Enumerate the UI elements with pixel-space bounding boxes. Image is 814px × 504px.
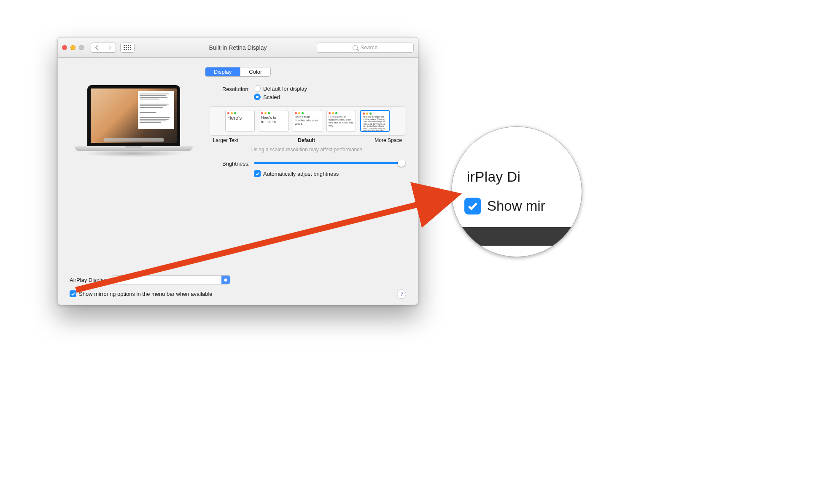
brightness-slider[interactable] (254, 159, 405, 167)
search-icon (353, 45, 358, 50)
mirroring-checkbox[interactable]: Show mirroring options in the menu bar w… (70, 290, 406, 297)
airplay-select[interactable]: Off (112, 275, 230, 284)
tab-color[interactable]: Color (240, 67, 270, 76)
magnifier-line1: irPlay Di (467, 169, 582, 185)
display-preview-image (75, 85, 193, 157)
brightness-label: Brightness: (210, 160, 254, 167)
preset-4[interactable]: Here's to the cr troublemakers. ones who… (326, 110, 356, 132)
caption-more-space: More Space (375, 137, 402, 143)
resolution-label: Resolution: (210, 85, 254, 92)
zoom-icon (79, 45, 84, 50)
preset-captions: Larger Text Default More Space (213, 137, 402, 143)
close-icon[interactable] (62, 45, 67, 50)
radio-label: Scaled (263, 94, 280, 100)
mirroring-label: Show mirroring options in the menu bar w… (79, 291, 213, 297)
radio-icon (254, 94, 261, 100)
auto-brightness-checkbox[interactable]: Automatically adjust brightness (254, 170, 339, 177)
traffic-lights (62, 45, 84, 50)
magnifier-callout: irPlay Di Show mir (451, 126, 582, 257)
magnifier-line2: Show mir (487, 198, 545, 214)
window-title: Built-in Retina Display (209, 44, 267, 51)
radio-default-for-display[interactable]: Default for display (254, 85, 405, 92)
prefs-window: Built-in Retina Display Search Display C… (57, 37, 418, 305)
titlebar: Built-in Retina Display Search (58, 38, 418, 58)
tab-bar: Display Color (58, 67, 418, 77)
resolution-warning: Using a scaled resolution may affect per… (210, 147, 405, 153)
content-area: Resolution: Default for display Scaled (58, 77, 418, 180)
preset-default[interactable]: Here's to th troublemake ones who s (293, 110, 322, 132)
help-button[interactable]: ? (397, 290, 406, 299)
window-footer: AirPlay Display: Off Show mirroring opti… (58, 271, 418, 305)
checkbox-icon (70, 290, 76, 297)
help-icon: ? (400, 291, 403, 298)
resolution-presets: Here's Here's to troublem Here's to th t… (210, 106, 405, 136)
airplay-label: AirPlay Display: (70, 277, 108, 283)
checkbox-icon (254, 170, 261, 177)
radio-scaled[interactable]: Scaled (254, 94, 405, 100)
preset-larger-text[interactable]: Here's (225, 110, 255, 132)
radio-icon (254, 85, 261, 92)
tab-display[interactable]: Display (205, 67, 240, 76)
preset-2[interactable]: Here's to troublem (259, 110, 288, 132)
dropdown-icon (221, 276, 230, 284)
show-all-button[interactable] (120, 43, 135, 53)
radio-label: Default for display (263, 86, 307, 92)
minimize-icon[interactable] (70, 45, 75, 50)
forward-button[interactable] (103, 43, 116, 53)
caption-larger-text: Larger Text (213, 137, 238, 143)
back-button[interactable] (91, 43, 103, 53)
preset-more-space[interactable]: Here's to the crazy one troublemakers. T… (360, 110, 390, 132)
caption-default: Default (298, 137, 315, 143)
search-input[interactable]: Search (317, 43, 414, 53)
search-placeholder: Search (360, 44, 377, 51)
grid-icon (124, 45, 131, 50)
auto-brightness-label: Automatically adjust brightness (263, 171, 339, 177)
airplay-value: Off (115, 277, 122, 283)
nav-buttons (91, 43, 116, 53)
checkbox-icon (464, 198, 481, 214)
